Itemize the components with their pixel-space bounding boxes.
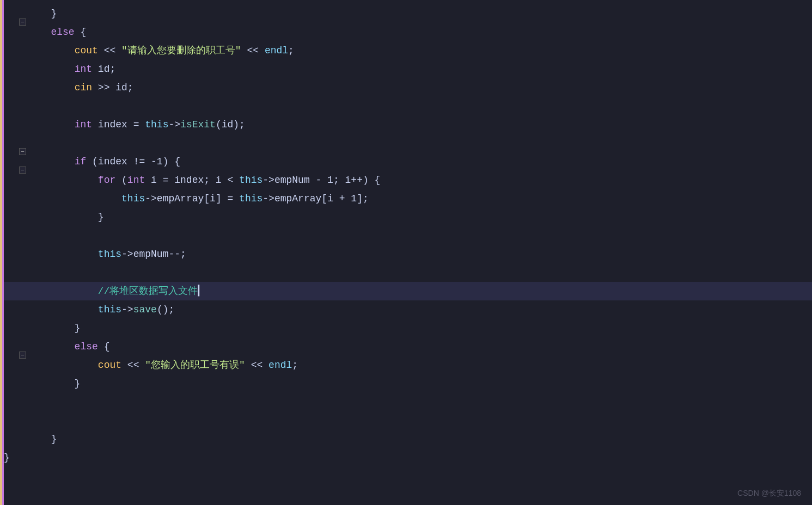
left-bar-purple — [2, 0, 4, 505]
code-editor: } else { cout << "请输入您要删除的职工号" << endl; … — [0, 0, 812, 505]
fold-button-else-2[interactable]: − — [19, 352, 26, 359]
fold-button-for[interactable]: − — [19, 167, 26, 174]
code-block: } else { cout << "请输入您要删除的职工号" << endl; … — [4, 0, 812, 467]
watermark: CSDN @长安1108 — [737, 489, 801, 498]
fold-button-if[interactable]: − — [19, 148, 26, 155]
editor-content: } else { cout << "请输入您要删除的职工号" << endl; … — [0, 0, 812, 505]
fold-button-else-1[interactable]: − — [19, 19, 26, 26]
